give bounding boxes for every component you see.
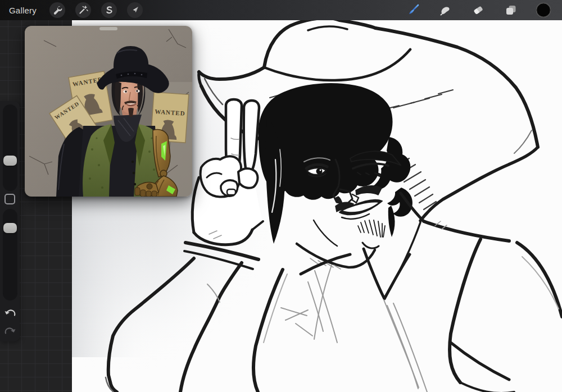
actions-button[interactable]: [49, 2, 65, 18]
reference-companion-panel[interactable]: WANTED WANTED WANTED: [25, 26, 192, 197]
smudge-tool-button[interactable]: [437, 2, 454, 19]
paintbrush-icon: [406, 3, 420, 17]
selection-button[interactable]: [101, 2, 117, 18]
procreate-app: WANTED WANTED WANTED: [0, 0, 562, 392]
undo-button[interactable]: [3, 308, 16, 319]
brush-size-handle[interactable]: [3, 156, 17, 166]
panel-drag-handle[interactable]: [99, 27, 117, 30]
paint-tool-button[interactable]: [405, 2, 422, 19]
color-button[interactable]: [535, 2, 552, 19]
magic-wand-icon: [78, 5, 88, 15]
eraser-icon: [472, 3, 485, 17]
layers-icon: [504, 3, 518, 17]
brush-size-slider[interactable]: [3, 104, 17, 191]
modify-button[interactable]: [4, 194, 15, 204]
top-toolbar: Gallery: [0, 0, 562, 20]
gallery-button[interactable]: Gallery: [9, 6, 37, 15]
layers-button[interactable]: [502, 2, 519, 19]
adjustments-button[interactable]: [75, 2, 91, 18]
undo-arrow-icon: [4, 308, 16, 318]
reference-artwork: WANTED WANTED WANTED: [25, 26, 192, 197]
color-swatch-circle: [536, 2, 551, 18]
erase-tool-button[interactable]: [470, 2, 487, 19]
wrench-icon: [52, 5, 62, 15]
redo-button[interactable]: [3, 326, 16, 337]
brush-sidebar: [0, 101, 20, 341]
transform-button[interactable]: [127, 2, 143, 18]
smudge-finger-icon: [439, 3, 452, 17]
transform-arrow-icon: [130, 5, 140, 15]
brush-opacity-handle[interactable]: [3, 223, 17, 233]
redo-arrow-icon: [4, 326, 16, 336]
selection-s-icon: [104, 5, 114, 15]
